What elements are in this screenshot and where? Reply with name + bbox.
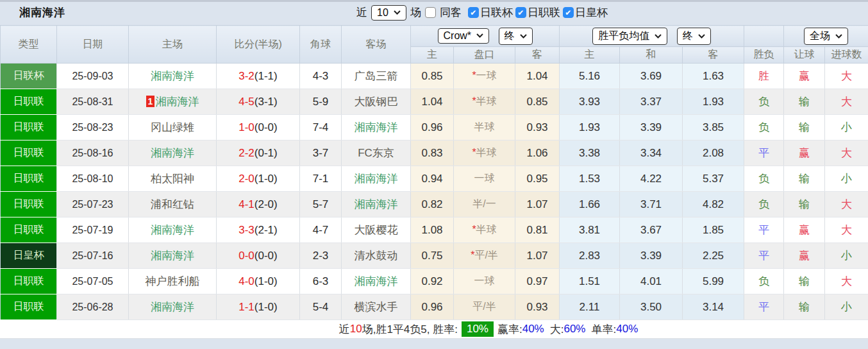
match-date: 25-07-16	[57, 243, 129, 269]
big-label: 大:	[550, 322, 564, 337]
result-goals: 大	[825, 217, 868, 243]
result-goals: 小	[825, 294, 868, 320]
same-away-label: 同客	[440, 5, 462, 20]
handicap-away-odds: 0.85	[515, 89, 560, 115]
away-team-name: FC东京	[358, 147, 394, 159]
score-cell: 2-0(1-0)	[217, 166, 300, 192]
europe-win-odds: 3.38	[560, 140, 620, 166]
score-cell: 4-0(1-0)	[217, 269, 300, 294]
europe-state-select[interactable]: 终	[677, 28, 711, 45]
corner-score: 7-4	[300, 115, 342, 140]
table-row: 日联杯 25-09-03 湘南海洋 3-2(1-1) 4-3 广岛三箭 0.85…	[1, 64, 868, 89]
competition-badge: 日职联	[1, 166, 57, 192]
europe-lose-odds: 3.85	[683, 115, 744, 140]
win-rate-badge: 10%	[462, 321, 494, 337]
result-outcome: 负	[744, 269, 784, 294]
score-half: (3-1)	[255, 96, 278, 108]
match-date: 25-09-03	[57, 64, 129, 89]
recent-count-value: 10	[377, 7, 388, 19]
emperor-cup-checkbox[interactable]	[563, 7, 574, 18]
result-outcome: 胜	[744, 64, 784, 89]
home-team-cell: 柏太阳神	[129, 166, 217, 192]
result-goals: 小	[825, 166, 868, 192]
home-team-name: 柏太阳神	[151, 173, 194, 185]
result-outcome: 负	[744, 166, 784, 192]
home-team-cell: 神户胜利船	[129, 269, 217, 294]
chevron-down-icon	[655, 34, 662, 38]
score-cell: 4-5(3-1)	[217, 89, 300, 115]
competition-badge: 日职联	[1, 89, 57, 115]
chevron-down-icon	[520, 34, 527, 38]
handicap-selects-cell: Crow* 终	[411, 26, 560, 47]
home-team-name: 湘南海洋	[151, 70, 194, 82]
europe-draw-odds: 4.01	[620, 269, 683, 294]
jleague-cup-checkbox[interactable]	[468, 7, 479, 18]
win-odds-label: 赢率:	[497, 322, 522, 337]
match-scope-select[interactable]: 全场	[804, 28, 848, 45]
odds-state-select[interactable]: 终	[499, 28, 533, 45]
same-away-checkbox[interactable]	[425, 7, 436, 18]
away-team-name: 清水鼓动	[355, 250, 398, 262]
filter-j1-league: 日职联	[515, 5, 560, 20]
result-outcome: 负	[744, 89, 784, 115]
handicap-line: 半球	[476, 147, 497, 158]
result-goals: 大	[825, 89, 868, 115]
result-outcome: 平	[744, 294, 784, 320]
home-team-name: 湘南海洋	[151, 250, 194, 262]
score-full: 2-0	[238, 173, 255, 185]
europe-state-value: 终	[683, 30, 693, 43]
subcol-handicap-home: 主	[411, 47, 454, 64]
odds-company-select[interactable]: Crow*	[438, 28, 490, 44]
competition-badge: 日职联	[1, 140, 57, 166]
handicap-line-cell: *半球	[454, 89, 515, 115]
handicap-line: 一球	[474, 173, 495, 183]
subcol-europe-draw: 和	[620, 47, 683, 64]
corner-score: 4-3	[300, 64, 342, 89]
score-full: 3-2	[238, 70, 255, 82]
home-team-name: 神户胜利船	[146, 275, 200, 287]
chevron-down-icon	[394, 10, 401, 15]
j1-league-label: 日职联	[528, 5, 560, 20]
handicap-away-odds: 0.93	[515, 115, 560, 140]
home-team-name: 湘南海洋	[151, 301, 194, 313]
filter-emperor-cup: 日皇杯	[563, 5, 608, 20]
competition-badge: 日联杯	[1, 64, 57, 89]
emperor-cup-label: 日皇杯	[575, 5, 608, 20]
home-team-name: 湘南海洋	[151, 147, 194, 159]
score-half: (1-0)	[255, 173, 278, 185]
score-full: 0-0	[238, 250, 255, 262]
score-full: 4-0	[238, 275, 255, 287]
j1-league-checkbox[interactable]	[515, 7, 526, 18]
away-team-name: 广岛三箭	[355, 70, 398, 82]
recent-count-select[interactable]: 10	[371, 5, 406, 21]
handicap-home-odds: 0.75	[411, 243, 454, 269]
away-team-cell: 清水鼓动	[342, 243, 411, 269]
europe-lose-odds: 3.14	[683, 294, 744, 320]
europe-draw-odds: 3.39	[620, 243, 683, 269]
result-header-spacer	[744, 26, 784, 47]
result-handicap: 赢	[784, 243, 825, 269]
europe-draw-odds: 4.22	[620, 166, 683, 192]
home-team-name: 冈山绿雉	[151, 121, 194, 133]
handicap-line: 半球	[474, 121, 495, 132]
result-outcome: 负	[744, 115, 784, 140]
europe-win-odds: 1.66	[560, 192, 620, 217]
europe-draw-odds: 3.67	[620, 217, 683, 243]
result-handicap: 输	[784, 269, 825, 294]
competition-badge: 日皇杯	[1, 243, 57, 269]
away-team-cell: 大阪樱花	[342, 217, 411, 243]
away-team-name: 大阪樱花	[355, 224, 398, 236]
handicap-line-cell: *半球	[454, 217, 515, 243]
score-half: (0-0)	[255, 121, 278, 133]
matches-table: 类型 日期 主场 比分(半场) 角球 客场 Crow* 终	[0, 25, 868, 320]
home-team-cell: 浦和红钻	[129, 192, 217, 217]
col-corner: 角球	[300, 26, 342, 64]
result-goals: 大	[825, 140, 868, 166]
handicap-line-cell: 一球	[454, 269, 515, 294]
handicap-away-odds: 1.07	[515, 243, 560, 269]
match-date: 25-07-23	[57, 192, 129, 217]
handicap-away-odds: 1.07	[515, 192, 560, 217]
home-team-cell: 冈山绿雉	[129, 115, 217, 140]
handicap-home-odds: 0.85	[411, 64, 454, 89]
europe-odds-select[interactable]: 胜平负均值	[592, 28, 667, 45]
